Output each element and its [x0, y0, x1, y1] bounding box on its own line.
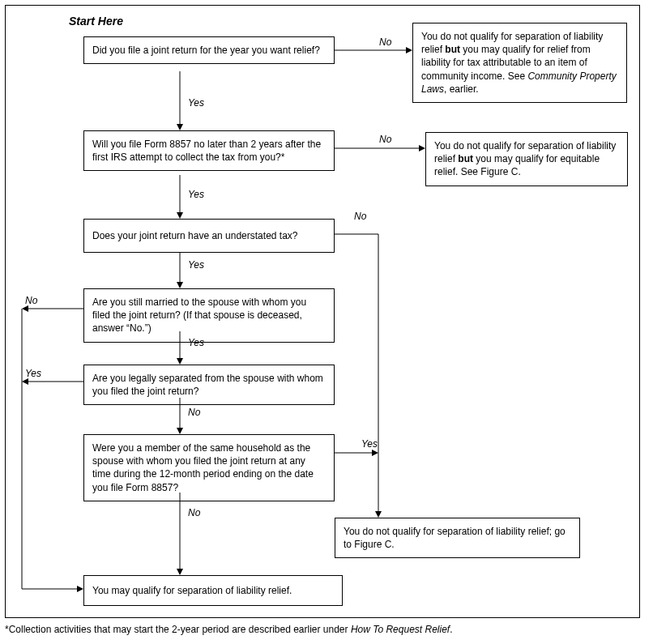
start-here-title: Start Here	[69, 15, 123, 28]
lbl-no-3: No	[354, 211, 366, 222]
q2-text: Will you file Form 8857 no later than 2 …	[92, 139, 321, 163]
footnote: *Collection activities that may start th…	[5, 624, 453, 635]
lbl-no-1: No	[379, 36, 391, 48]
lbl-yes-6: Yes	[361, 438, 378, 450]
box-q1: Did you file a joint return for the year…	[83, 36, 335, 64]
q3-text: Does your joint return have an understat…	[92, 230, 298, 241]
box-q4: Are you still married to the spouse with…	[83, 288, 335, 343]
r1-part-b: but	[445, 44, 460, 55]
r3-text: You do not qualify for separation of lia…	[344, 526, 566, 550]
footnote-c: .	[450, 624, 452, 635]
box-r2: You do not qualify for separation of lia…	[425, 132, 628, 186]
footnote-a: *Collection activities that may start th…	[5, 624, 351, 635]
lbl-yes-1: Yes	[188, 97, 204, 109]
q4-text: Are you still married to the spouse with…	[92, 296, 306, 334]
lbl-no-4: No	[25, 295, 37, 306]
box-q3: Does your joint return have an understat…	[83, 219, 335, 253]
box-q2: Will you file Form 8857 no later than 2 …	[83, 130, 335, 171]
lbl-no-2: No	[379, 134, 391, 145]
box-q5: Are you legally separated from the spous…	[83, 365, 335, 405]
lbl-yes-3: Yes	[188, 259, 204, 271]
lbl-yes-4: Yes	[188, 337, 204, 348]
r1-part-e: , earlier.	[444, 83, 479, 95]
r4-text: You may qualify for separation of liabil…	[92, 585, 292, 596]
lbl-no-6: No	[188, 507, 200, 518]
box-q6: Were you a member of the same household …	[83, 434, 335, 501]
box-r3: You do not qualify for separation of lia…	[335, 518, 580, 558]
box-r4: You may qualify for separation of liabil…	[83, 575, 343, 606]
box-r1: You do not qualify for separation of lia…	[412, 23, 627, 103]
r2-part-b: but	[458, 153, 473, 164]
q1-text: Did you file a joint return for the year…	[92, 45, 320, 56]
lbl-no-5: No	[188, 407, 200, 418]
q6-text: Were you a member of the same household …	[92, 442, 314, 493]
lbl-yes-5: Yes	[25, 368, 41, 379]
footnote-b: How To Request Relief	[351, 624, 450, 635]
flowchart-container: Start Here Did you file a joint return f…	[0, 0, 653, 644]
q5-text: Are you legally separated from the spous…	[92, 373, 323, 397]
lbl-yes-2: Yes	[188, 189, 204, 200]
